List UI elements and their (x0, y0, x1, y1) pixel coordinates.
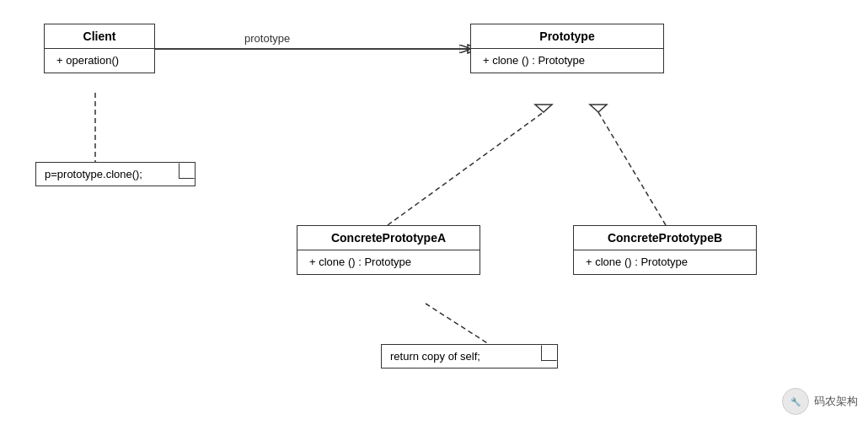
prototype-header: Prototype (471, 24, 663, 49)
concrete-a-box: ConcretePrototypeA + clone () : Prototyp… (297, 225, 480, 275)
concrete-b-body: + clone () : Prototype (574, 250, 756, 274)
client-body: + operation() (45, 49, 154, 73)
svg-line-6 (388, 112, 544, 225)
concrete-b-box: ConcretePrototypeB + clone () : Prototyp… (573, 225, 757, 275)
note2-box: return copy of self; (381, 344, 558, 369)
watermark-text: 码农架构 (814, 394, 858, 409)
svg-line-8 (598, 112, 666, 225)
prototype-body: + clone () : Prototype (471, 49, 663, 73)
prototype-arrow-label: prototype (244, 32, 290, 45)
svg-line-10 (426, 304, 489, 344)
note1-box: p=prototype.clone(); (35, 162, 196, 186)
concrete-a-body: + clone () : Prototype (297, 250, 480, 274)
svg-marker-7 (535, 105, 552, 112)
watermark-icon: 🔧 (782, 388, 809, 415)
watermark: 🔧 码农架构 (782, 388, 858, 415)
concrete-a-header: ConcretePrototypeA (297, 226, 480, 250)
concrete-b-header: ConcretePrototypeB (574, 226, 756, 250)
note2-text: return copy of self; (390, 350, 480, 363)
client-header: Client (45, 24, 154, 49)
prototype-box: Prototype + clone () : Prototype (470, 24, 664, 73)
note1-text: p=prototype.clone(); (45, 168, 142, 180)
svg-marker-9 (590, 105, 607, 112)
client-box: Client + operation() (44, 24, 155, 73)
diagram-container: Client + operation() Prototype + clone (… (0, 0, 868, 425)
